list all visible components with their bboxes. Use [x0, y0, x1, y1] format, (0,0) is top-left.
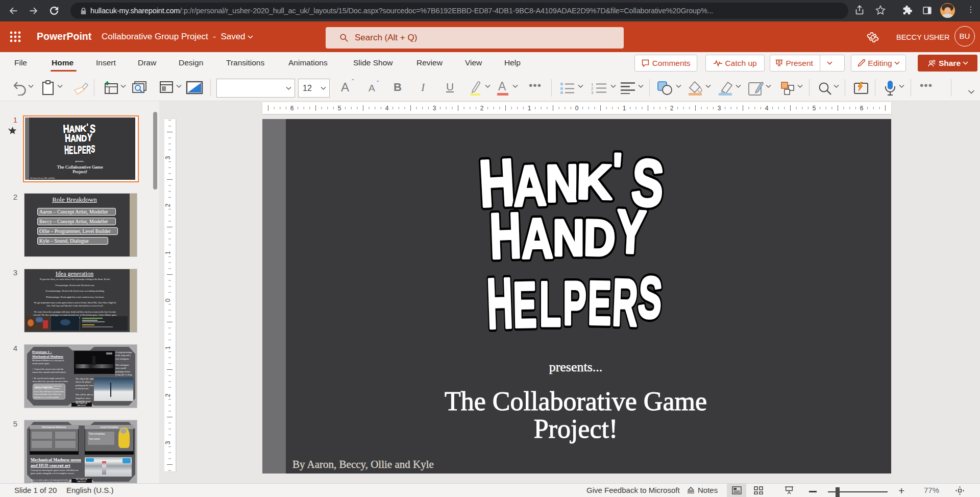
svg-text:By Aaron, Beccy, Ollie and Kyl: By Aaron, Beccy, Ollie and Kyle: [292, 458, 434, 470]
svg-text:2: 2: [480, 105, 484, 112]
svg-text:2: 2: [164, 393, 172, 397]
svg-text:3: 3: [591, 90, 594, 94]
svg-text:P: P: [563, 269, 586, 338]
svg-text:D: D: [583, 209, 616, 267]
svg-text:Y: Y: [87, 131, 92, 144]
svg-text:R: R: [86, 143, 91, 156]
svg-text:Y: Y: [615, 197, 648, 267]
svg-text:L: L: [540, 269, 561, 339]
svg-text:1: 1: [623, 105, 626, 112]
svg-text:K: K: [576, 154, 612, 209]
svg-text:2: 2: [164, 203, 172, 207]
svg-text:3: 3: [718, 105, 721, 112]
svg-text:4: 4: [385, 105, 389, 112]
svg-text:H: H: [485, 263, 514, 343]
svg-text:3: 3: [164, 441, 172, 444]
svg-text:N: N: [76, 133, 82, 143]
svg-text:1: 1: [164, 346, 172, 349]
svg-text:E: E: [512, 269, 537, 341]
svg-text:A: A: [521, 206, 553, 270]
svg-text:A: A: [70, 133, 77, 145]
svg-text:Project!: Project!: [72, 169, 87, 174]
svg-text:': ': [86, 122, 88, 131]
svg-text:presents...: presents...: [549, 360, 603, 374]
svg-text:presents...: presents...: [76, 160, 85, 162]
svg-text:H: H: [64, 143, 69, 157]
svg-text:3: 3: [164, 156, 172, 159]
svg-text:P: P: [78, 144, 82, 156]
svg-text:4: 4: [765, 105, 769, 112]
svg-text:S: S: [90, 143, 95, 155]
svg-text:K: K: [80, 124, 86, 133]
svg-text:N: N: [545, 154, 579, 212]
svg-text:N: N: [553, 209, 584, 267]
svg-text:E: E: [69, 144, 74, 156]
svg-text:1: 1: [164, 251, 172, 254]
svg-text:R: R: [611, 265, 639, 340]
svg-text:2: 2: [670, 105, 674, 112]
svg-text:5: 5: [338, 105, 341, 112]
svg-text:L: L: [74, 144, 78, 156]
svg-text:0: 0: [164, 298, 172, 302]
svg-text:H: H: [488, 199, 523, 272]
svg-text:E: E: [587, 268, 612, 338]
svg-text:': ': [611, 143, 623, 198]
svg-text:0: 0: [575, 105, 579, 112]
svg-text:By Aaron, Beccy, Ollie and Kyl: By Aaron, Beccy, Ollie and Kyle: [30, 177, 55, 180]
svg-text:6: 6: [860, 105, 864, 112]
svg-text:5: 5: [813, 105, 816, 112]
svg-text:E: E: [82, 144, 87, 156]
svg-text:D: D: [81, 133, 87, 143]
svg-text:1: 1: [528, 105, 531, 112]
svg-text:6: 6: [290, 105, 294, 112]
svg-text:3: 3: [433, 105, 436, 112]
svg-text:Project!: Project!: [534, 414, 618, 443]
svg-text:S: S: [636, 264, 664, 330]
svg-text:The Collaborative Game: The Collaborative Game: [445, 387, 707, 416]
